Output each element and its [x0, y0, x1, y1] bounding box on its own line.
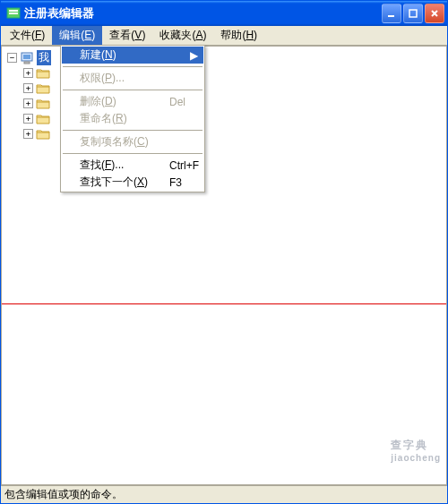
tree-root-label[interactable]: 我: [37, 50, 51, 65]
statusbar: 包含编辑值或项的命令。: [1, 485, 447, 503]
close-button[interactable]: [425, 4, 444, 23]
folder-icon: [36, 98, 50, 110]
window-title: 注册表编辑器: [24, 5, 382, 21]
svg-rect-3: [388, 15, 394, 17]
expand-icon[interactable]: +: [23, 98, 33, 108]
menu-separator: [63, 90, 202, 90]
titlebar[interactable]: 注册表编辑器: [1, 1, 447, 26]
watermark: 查字典 jiaocheng: [391, 437, 441, 463]
menu-delete: 删除(D) Del: [62, 93, 203, 110]
menu-find-next[interactable]: 查找下一个(X) F3: [62, 174, 203, 191]
svg-rect-4: [409, 10, 417, 17]
menu-edit[interactable]: 编辑(E): [52, 26, 102, 45]
menu-separator: [63, 153, 202, 154]
menu-separator: [63, 66, 202, 67]
app-icon: [6, 6, 21, 21]
menu-find[interactable]: 查找(F)... Ctrl+F: [62, 157, 203, 174]
maximize-button[interactable]: [403, 4, 423, 23]
menu-file[interactable]: 文件(F): [3, 26, 52, 45]
menu-rename: 重命名(R): [62, 110, 203, 127]
minimize-button[interactable]: [382, 4, 401, 23]
registry-editor-window: 注册表编辑器 文件(F) 编辑(E) 查看(V) 收藏夹(A) 帮助(H) − …: [0, 0, 448, 504]
svg-rect-1: [9, 10, 18, 12]
menu-favorites[interactable]: 收藏夹(A): [152, 26, 213, 45]
computer-icon: [20, 51, 34, 65]
expand-icon[interactable]: +: [23, 129, 33, 139]
expand-icon[interactable]: +: [23, 114, 33, 124]
folder-icon: [36, 67, 50, 80]
menu-help[interactable]: 帮助(H): [213, 26, 264, 45]
menu-permissions: 权限(P)...: [62, 70, 203, 87]
submenu-arrow-icon: ▶: [190, 49, 198, 62]
menu-new[interactable]: 新建(N) ▶: [62, 47, 203, 64]
menu-view[interactable]: 查看(V): [102, 26, 152, 45]
expand-icon[interactable]: +: [23, 68, 33, 78]
svg-rect-6: [23, 55, 30, 59]
svg-rect-7: [24, 62, 30, 64]
collapse-icon[interactable]: −: [7, 53, 17, 63]
menu-separator: [63, 130, 202, 131]
expand-icon[interactable]: +: [23, 83, 33, 93]
window-buttons: [382, 4, 444, 23]
edit-menu-dropdown: 新建(N) ▶ 权限(P)... 删除(D) Del 重命名(R) 复制项名称(…: [60, 45, 205, 192]
separator-line: [2, 303, 446, 304]
status-text: 包含编辑值或项的命令。: [4, 487, 123, 502]
folder-icon: [36, 82, 50, 95]
svg-rect-2: [9, 13, 18, 14]
menubar: 文件(F) 编辑(E) 查看(V) 收藏夹(A) 帮助(H): [1, 26, 447, 46]
folder-icon: [36, 128, 50, 141]
folder-icon: [36, 113, 50, 125]
menu-copy-key-name: 复制项名称(C): [62, 133, 203, 150]
